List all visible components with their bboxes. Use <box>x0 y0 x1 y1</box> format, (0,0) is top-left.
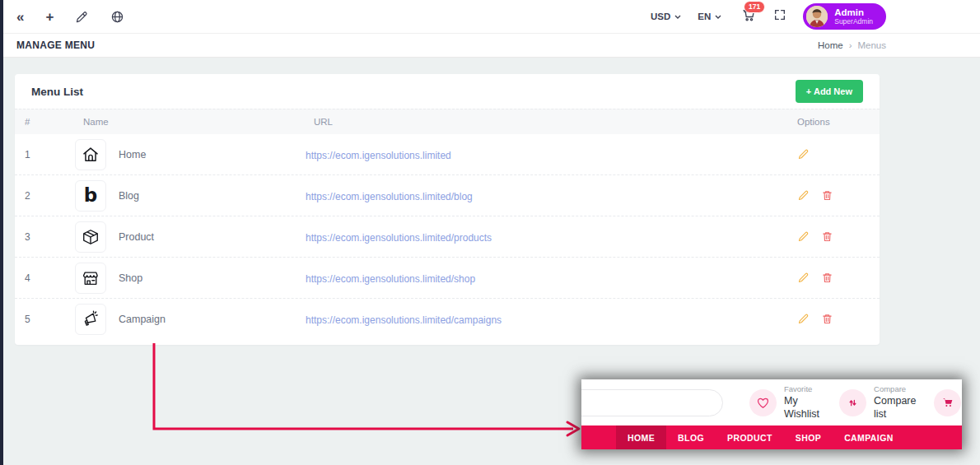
card-title: Menu List <box>31 86 83 98</box>
column-header-url: URL <box>314 117 791 127</box>
fullscreen-icon[interactable] <box>773 8 786 25</box>
wishlist-value: My Wishlist <box>784 394 819 421</box>
menu-url-link[interactable]: https://ecom.igensolutions.limited/blog <box>306 191 473 202</box>
avatar <box>806 6 828 27</box>
menu-url-link[interactable]: https://ecom.igensolutions.limited/campa… <box>306 314 502 326</box>
row-number: 4 <box>15 272 75 284</box>
nav-item-shop[interactable]: SHOP <box>784 425 833 449</box>
edit-icon[interactable] <box>797 272 810 284</box>
compare-value: Compare list <box>874 394 916 421</box>
page-header: MANAGE MENU Home › Menus <box>0 34 980 58</box>
delete-icon[interactable] <box>821 272 833 284</box>
wishlist-widget[interactable]: Favorite My Wishlist <box>749 384 819 421</box>
menu-name: Campaign <box>119 314 166 325</box>
delete-icon[interactable] <box>821 189 833 202</box>
column-header-name: Name <box>75 117 314 127</box>
edit-icon[interactable] <box>797 148 810 160</box>
storefront-preview: Favorite My Wishlist Compare Compare lis… <box>581 379 962 449</box>
cart-icon <box>934 389 961 416</box>
add-tab-icon[interactable]: + <box>45 10 54 24</box>
cart-count-badge: 171 <box>744 1 765 13</box>
nav-item-product[interactable]: PRODUCT <box>716 425 784 449</box>
compare-icon <box>839 389 866 416</box>
topbar: « + USD EN 171 <box>0 0 980 34</box>
column-header-options: Options <box>791 117 880 127</box>
row-number: 2 <box>15 190 75 202</box>
nav-item-home[interactable]: HOME <box>616 425 666 449</box>
storefront-navbar: HOME BLOG PRODUCT SHOP CAMPAIGN <box>581 425 962 449</box>
user-menu-button[interactable]: Admin SuperAdmin <box>803 3 886 30</box>
chevron-down-icon <box>674 15 681 19</box>
edit-icon[interactable] <box>797 313 810 325</box>
row-number: 5 <box>15 314 75 325</box>
breadcrumb: Home › Menus <box>818 40 886 50</box>
delete-icon[interactable] <box>821 230 833 243</box>
chevron-down-icon <box>715 15 721 19</box>
menu-name: Product <box>119 231 154 243</box>
wishlist-label: Favorite <box>784 384 819 394</box>
language-select[interactable]: EN <box>698 12 721 21</box>
breadcrumb-current: Menus <box>857 40 886 50</box>
storefront-icon <box>75 263 106 294</box>
pen-icon[interactable] <box>75 10 89 24</box>
compare-widget[interactable]: Compare Compare list <box>839 384 916 421</box>
nav-item-blog[interactable]: BLOG <box>666 425 716 449</box>
menu-name: Blog <box>119 190 139 202</box>
heart-icon <box>749 389 777 416</box>
menu-name: Home <box>119 149 146 160</box>
table-row: 3 Product https://ecom.igensolutions.lim… <box>15 216 880 258</box>
row-number: 1 <box>15 149 75 160</box>
currency-select[interactable]: USD <box>651 12 681 21</box>
edit-icon[interactable] <box>797 189 810 202</box>
column-header-num: # <box>15 117 75 127</box>
delete-icon[interactable] <box>821 313 833 325</box>
storefront-search-input[interactable] <box>581 389 723 416</box>
menu-list-card: Menu List + Add New # Name URL Options 1… <box>15 74 880 345</box>
breadcrumb-separator: › <box>849 40 852 50</box>
sidebar-collapse-icon[interactable]: « <box>16 10 24 24</box>
user-role: SuperAdmin <box>834 18 873 26</box>
row-number: 3 <box>15 231 75 243</box>
table-row: 1 Home https://ecom.igensolutions.limite… <box>15 134 880 175</box>
menu-name: Shop <box>119 272 142 284</box>
table-row: 4 Shop https://ecom.igensolutions.limite… <box>15 258 880 299</box>
menu-url-link[interactable]: https://ecom.igensolutions.limited/shop <box>306 273 475 285</box>
table-row: 2 b Blog https://ecom.igensolutions.limi… <box>15 175 880 216</box>
table-row: 5 Campaign https://ecom.igensolutions.li… <box>15 299 880 339</box>
edit-icon[interactable] <box>797 230 810 243</box>
menu-url-link[interactable]: https://ecom.igensolutions.limited/produ… <box>306 232 492 244</box>
collapsed-sidebar-edge <box>0 0 3 465</box>
cart-widget[interactable]: Your Cart: $0 <box>934 386 962 420</box>
package-icon <box>75 221 106 253</box>
home-icon <box>75 139 106 170</box>
add-new-button[interactable]: + Add New <box>796 80 863 103</box>
table-header: # Name URL Options <box>15 109 880 134</box>
globe-icon[interactable] <box>110 10 124 24</box>
blog-icon: b <box>75 180 106 212</box>
page-title: MANAGE MENU <box>16 40 95 51</box>
cart-button[interactable]: 171 <box>741 7 757 26</box>
breadcrumb-home-link[interactable]: Home <box>818 40 843 50</box>
language-value: EN <box>698 12 711 21</box>
menu-url-link[interactable]: https://ecom.igensolutions.limited <box>306 150 451 161</box>
megaphone-icon <box>75 304 106 335</box>
compare-label: Compare <box>874 384 916 394</box>
user-name: Admin <box>834 7 873 18</box>
currency-value: USD <box>651 12 670 21</box>
nav-item-campaign[interactable]: CAMPAIGN <box>833 425 905 449</box>
